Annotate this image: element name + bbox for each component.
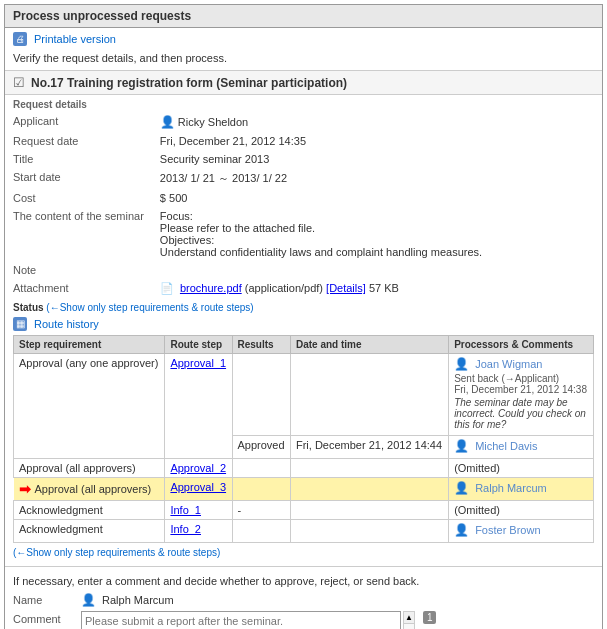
- page-title: Process unprocessed requests: [13, 9, 191, 23]
- col-step-req: Step requirement: [14, 336, 165, 354]
- attachment-value: 📄 brochure.pdf (application/pdf) [Detail…: [152, 279, 602, 298]
- comment-row: Comment ▲ ▼ 1 2: [13, 611, 594, 629]
- start-date-label: Start date: [5, 168, 152, 189]
- show-only-bottom: (←Show only step requirements & route st…: [5, 543, 602, 562]
- step-req-1: Approval (any one approver): [14, 354, 165, 459]
- scroll-controls: ▲ ▼: [403, 611, 415, 629]
- approval-3-link[interactable]: Approval_3: [170, 481, 226, 493]
- printable-version-row: 🖨 Printable version: [5, 28, 602, 50]
- col-processors: Processors & Comments: [449, 336, 594, 354]
- divider: [5, 566, 602, 567]
- datetime-4: [290, 501, 448, 520]
- route-step-1: Approval_1: [165, 354, 232, 459]
- bottom-text: If necessary, enter a comment and decide…: [13, 575, 594, 587]
- side-numbers: 1 2: [423, 611, 437, 629]
- applicant-value: 👤Ricky Sheldon: [152, 112, 602, 132]
- step-req-4: Acknowledgment: [14, 501, 165, 520]
- results-3: [232, 478, 290, 501]
- user-icon-michel: 👤: [454, 439, 469, 453]
- applicant-label: Applicant: [5, 112, 152, 132]
- processor-2: (Omitted): [449, 459, 594, 478]
- col-route-step: Route step: [165, 336, 232, 354]
- page-header: Process unprocessed requests: [5, 5, 602, 28]
- content-value: Focus: Please refer to the attached file…: [152, 207, 602, 261]
- processor-name-michel: 👤 Michel Davis: [454, 439, 588, 453]
- user-icon-foster: 👤: [454, 523, 469, 537]
- form-title-bar: ☑ No.17 Training registration form (Semi…: [5, 70, 602, 95]
- verify-text: Verify the request details, and then pro…: [5, 50, 602, 70]
- user-icon: 👤: [160, 115, 175, 129]
- title-value: Security seminar 2013: [152, 150, 602, 168]
- status-label: Status: [13, 302, 44, 313]
- show-only-link-bottom[interactable]: (←Show only step requirements & route st…: [13, 547, 220, 558]
- sent-back-text: Sent back (→Applicant)Fri, December 21, …: [454, 373, 588, 395]
- route-step-5: Info_2: [165, 520, 232, 543]
- datetime-5: [290, 520, 448, 543]
- table-row: Approval (any one approver) Approval_1 👤…: [14, 354, 594, 436]
- processor-1b: 👤 Michel Davis: [449, 436, 594, 459]
- request-details-label: Request details: [5, 95, 602, 112]
- info-1-link[interactable]: Info_1: [170, 504, 201, 516]
- main-container: Process unprocessed requests 🖨 Printable…: [4, 4, 603, 629]
- name-row: Name 👤 Ralph Marcum: [13, 593, 594, 607]
- approval-1-link[interactable]: Approval_1: [170, 357, 226, 369]
- title-label: Title: [5, 150, 152, 168]
- request-details-table: Applicant 👤Ricky Sheldon Request date Fr…: [5, 112, 602, 298]
- bottom-section: If necessary, enter a comment and decide…: [5, 571, 602, 629]
- status-section: Status (←Show only step requirements & r…: [5, 298, 602, 315]
- request-date-value: Fri, December 21, 2012 14:35: [152, 132, 602, 150]
- route-step-3: Approval_3: [165, 478, 232, 501]
- side-number-1: 1: [423, 611, 437, 624]
- printer-icon: 🖨: [13, 32, 27, 46]
- route-history-icon: ▦: [13, 317, 27, 331]
- name-value: 👤 Ralph Marcum: [81, 593, 174, 607]
- approval-2-link[interactable]: Approval_2: [170, 462, 226, 474]
- note-row: Note: [5, 261, 602, 279]
- request-date-row: Request date Fri, December 21, 2012 14:3…: [5, 132, 602, 150]
- route-table: Step requirement Route step Results Date…: [13, 335, 594, 543]
- attachment-icon: 📄: [160, 282, 174, 294]
- route-table-header: Step requirement Route step Results Date…: [14, 336, 594, 354]
- results-4: -: [232, 501, 290, 520]
- datetime-3: [290, 478, 448, 501]
- datetime-2: [290, 459, 448, 478]
- route-step-2: Approval_2: [165, 459, 232, 478]
- printable-version-link[interactable]: Printable version: [34, 33, 116, 45]
- cost-row: Cost $ 500: [5, 189, 602, 207]
- start-date-value: 2013/ 1/ 21 ～ 2013/ 1/ 22: [152, 168, 602, 189]
- processor-4: (Omitted): [449, 501, 594, 520]
- results-1b: Approved: [232, 436, 290, 459]
- processor-name-ralph: 👤 Ralph Marcum: [454, 481, 588, 495]
- comment-input-group: ▲ ▼ 1 2: [81, 611, 436, 629]
- file-size: 57 KB: [369, 282, 399, 294]
- title-row: Title Security seminar 2013: [5, 150, 602, 168]
- user-icon-ralph: 👤: [454, 481, 469, 495]
- processor-1a: 👤 Joan Wigman Sent back (→Applicant)Fri,…: [449, 354, 594, 436]
- step-req-2: Approval (all approvers): [14, 459, 165, 478]
- attachment-link[interactable]: brochure.pdf: [180, 282, 242, 294]
- table-row: Acknowledgment Info_1 - (Omitted): [14, 501, 594, 520]
- scroll-track: [403, 624, 415, 629]
- start-date-row: Start date 2013/ 1/ 21 ～ 2013/ 1/ 22: [5, 168, 602, 189]
- content-row: The content of the seminar Focus: Please…: [5, 207, 602, 261]
- step-req-3: ➡ Approval (all approvers): [14, 478, 165, 500]
- processor-3: 👤 Ralph Marcum: [449, 478, 594, 501]
- scroll-up-button[interactable]: ▲: [403, 611, 415, 624]
- note-label: Note: [5, 261, 152, 279]
- table-row: Acknowledgment Info_2 👤 Foster Brown: [14, 520, 594, 543]
- info-2-link[interactable]: Info_2: [170, 523, 201, 535]
- table-row: Approval (all approvers) Approval_2 (Omi…: [14, 459, 594, 478]
- content-label: The content of the seminar: [5, 207, 152, 261]
- route-history-link[interactable]: Route history: [34, 318, 99, 330]
- results-1a: [232, 354, 290, 436]
- results-2: [232, 459, 290, 478]
- show-only-link-top[interactable]: (←Show only step requirements & route st…: [46, 302, 253, 313]
- user-icon-joan: 👤: [454, 357, 469, 371]
- comment-textarea[interactable]: [81, 611, 401, 629]
- applicant-row: Applicant 👤Ricky Sheldon: [5, 112, 602, 132]
- route-step-4: Info_1: [165, 501, 232, 520]
- results-5: [232, 520, 290, 543]
- note-value: [152, 261, 602, 279]
- table-row-highlighted: ➡ Approval (all approvers) Approval_3 👤 …: [14, 478, 594, 501]
- details-link[interactable]: [Details]: [326, 282, 366, 294]
